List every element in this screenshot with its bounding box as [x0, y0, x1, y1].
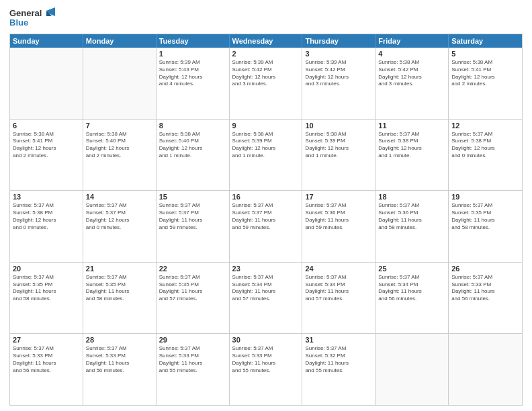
day-info: Sunrise: 5:37 AM Sunset: 5:38 PM Dayligh… [378, 131, 445, 160]
day-number: 15 [159, 193, 226, 201]
calendar-cell: 11Sunrise: 5:37 AM Sunset: 5:38 PM Dayli… [375, 120, 449, 191]
calendar-cell [449, 334, 522, 405]
calendar-cell: 24Sunrise: 5:37 AM Sunset: 5:34 PM Dayli… [302, 263, 375, 334]
day-number: 2 [232, 50, 300, 58]
day-info: Sunrise: 5:39 AM Sunset: 5:42 PM Dayligh… [305, 59, 372, 88]
weekday-header-monday: Monday [83, 34, 157, 48]
day-info: Sunrise: 5:38 AM Sunset: 5:41 PM Dayligh… [13, 131, 80, 160]
calendar-row-4: 20Sunrise: 5:37 AM Sunset: 5:35 PM Dayli… [10, 262, 522, 334]
day-number: 8 [159, 122, 226, 130]
day-number: 5 [451, 50, 519, 58]
day-number: 13 [13, 193, 80, 201]
svg-text:Blue: Blue [9, 17, 28, 28]
calendar-cell: 7Sunrise: 5:38 AM Sunset: 5:40 PM Daylig… [83, 120, 157, 191]
day-number: 28 [86, 336, 153, 344]
day-info: Sunrise: 5:37 AM Sunset: 5:36 PM Dayligh… [378, 202, 445, 231]
calendar-cell: 25Sunrise: 5:37 AM Sunset: 5:34 PM Dayli… [375, 263, 449, 334]
calendar: SundayMondayTuesdayWednesdayThursdayFrid… [9, 34, 523, 406]
calendar-row-2: 6Sunrise: 5:38 AM Sunset: 5:41 PM Daylig… [10, 119, 522, 191]
calendar-body: 1Sunrise: 5:39 AM Sunset: 5:43 PM Daylig… [10, 48, 522, 405]
calendar-cell: 17Sunrise: 5:37 AM Sunset: 5:36 PM Dayli… [302, 191, 375, 262]
day-info: Sunrise: 5:37 AM Sunset: 5:33 PM Dayligh… [232, 345, 300, 374]
day-info: Sunrise: 5:37 AM Sunset: 5:33 PM Dayligh… [451, 274, 519, 303]
day-number: 24 [305, 265, 372, 273]
calendar-cell: 13Sunrise: 5:37 AM Sunset: 5:38 PM Dayli… [10, 191, 83, 262]
day-info: Sunrise: 5:37 AM Sunset: 5:34 PM Dayligh… [378, 274, 445, 303]
calendar-cell: 23Sunrise: 5:37 AM Sunset: 5:34 PM Dayli… [230, 263, 303, 334]
calendar-cell: 1Sunrise: 5:39 AM Sunset: 5:43 PM Daylig… [157, 48, 230, 119]
calendar-cell: 27Sunrise: 5:37 AM Sunset: 5:33 PM Dayli… [10, 334, 83, 405]
day-number: 22 [159, 265, 226, 273]
day-number: 11 [378, 122, 445, 130]
day-number: 23 [232, 265, 300, 273]
day-info: Sunrise: 5:37 AM Sunset: 5:36 PM Dayligh… [305, 202, 372, 231]
day-info: Sunrise: 5:37 AM Sunset: 5:32 PM Dayligh… [305, 345, 372, 374]
calendar-cell: 20Sunrise: 5:37 AM Sunset: 5:35 PM Dayli… [10, 263, 83, 334]
day-number: 1 [159, 50, 226, 58]
weekday-header-thursday: Thursday [302, 34, 375, 48]
calendar-cell: 18Sunrise: 5:37 AM Sunset: 5:36 PM Dayli… [375, 191, 449, 262]
calendar-row-3: 13Sunrise: 5:37 AM Sunset: 5:38 PM Dayli… [10, 190, 522, 262]
day-number: 30 [232, 336, 300, 344]
day-number: 7 [86, 122, 153, 130]
logo: GeneralBlue [9, 7, 56, 30]
day-number: 31 [305, 336, 372, 344]
day-number: 17 [305, 193, 372, 201]
calendar-cell: 21Sunrise: 5:37 AM Sunset: 5:35 PM Dayli… [83, 263, 157, 334]
day-number: 19 [451, 193, 519, 201]
calendar-cell: 15Sunrise: 5:37 AM Sunset: 5:37 PM Dayli… [157, 191, 230, 262]
calendar-cell [83, 48, 157, 119]
day-info: Sunrise: 5:37 AM Sunset: 5:37 PM Dayligh… [86, 202, 153, 231]
day-number: 6 [13, 122, 80, 130]
day-info: Sunrise: 5:37 AM Sunset: 5:33 PM Dayligh… [86, 345, 153, 374]
day-info: Sunrise: 5:37 AM Sunset: 5:35 PM Dayligh… [451, 202, 519, 231]
calendar-cell: 30Sunrise: 5:37 AM Sunset: 5:33 PM Dayli… [230, 334, 303, 405]
day-info: Sunrise: 5:37 AM Sunset: 5:33 PM Dayligh… [159, 345, 226, 374]
day-number: 26 [451, 265, 519, 273]
calendar-header: SundayMondayTuesdayWednesdayThursdayFrid… [10, 34, 522, 48]
calendar-row-1: 1Sunrise: 5:39 AM Sunset: 5:43 PM Daylig… [10, 48, 522, 119]
calendar-cell: 2Sunrise: 5:39 AM Sunset: 5:42 PM Daylig… [230, 48, 303, 119]
calendar-cell: 28Sunrise: 5:37 AM Sunset: 5:33 PM Dayli… [83, 334, 157, 405]
day-info: Sunrise: 5:37 AM Sunset: 5:38 PM Dayligh… [451, 131, 519, 160]
day-number: 10 [305, 122, 372, 130]
calendar-cell: 12Sunrise: 5:37 AM Sunset: 5:38 PM Dayli… [449, 120, 522, 191]
weekday-header-sunday: Sunday [10, 34, 83, 48]
calendar-cell: 22Sunrise: 5:37 AM Sunset: 5:35 PM Dayli… [157, 263, 230, 334]
day-info: Sunrise: 5:38 AM Sunset: 5:41 PM Dayligh… [451, 59, 519, 88]
calendar-cell: 6Sunrise: 5:38 AM Sunset: 5:41 PM Daylig… [10, 120, 83, 191]
day-number: 16 [232, 193, 300, 201]
day-info: Sunrise: 5:37 AM Sunset: 5:35 PM Dayligh… [86, 274, 153, 303]
day-number: 4 [378, 50, 445, 58]
day-number: 3 [305, 50, 372, 58]
day-info: Sunrise: 5:39 AM Sunset: 5:43 PM Dayligh… [159, 59, 226, 88]
day-info: Sunrise: 5:38 AM Sunset: 5:39 PM Dayligh… [232, 131, 300, 160]
day-number: 27 [13, 336, 80, 344]
weekday-header-tuesday: Tuesday [157, 34, 230, 48]
calendar-cell: 8Sunrise: 5:38 AM Sunset: 5:40 PM Daylig… [157, 120, 230, 191]
calendar-cell: 14Sunrise: 5:37 AM Sunset: 5:37 PM Dayli… [83, 191, 157, 262]
day-info: Sunrise: 5:38 AM Sunset: 5:42 PM Dayligh… [378, 59, 445, 88]
calendar-cell: 10Sunrise: 5:38 AM Sunset: 5:39 PM Dayli… [302, 120, 375, 191]
calendar-cell [375, 334, 449, 405]
calendar-cell: 29Sunrise: 5:37 AM Sunset: 5:33 PM Dayli… [157, 334, 230, 405]
calendar-cell: 19Sunrise: 5:37 AM Sunset: 5:35 PM Dayli… [449, 191, 522, 262]
day-info: Sunrise: 5:39 AM Sunset: 5:42 PM Dayligh… [232, 59, 300, 88]
day-info: Sunrise: 5:38 AM Sunset: 5:40 PM Dayligh… [86, 131, 153, 160]
calendar-cell: 26Sunrise: 5:37 AM Sunset: 5:33 PM Dayli… [449, 263, 522, 334]
day-number: 9 [232, 122, 300, 130]
calendar-cell [10, 48, 83, 119]
day-number: 14 [86, 193, 153, 201]
weekday-header-wednesday: Wednesday [230, 34, 303, 48]
calendar-cell: 3Sunrise: 5:39 AM Sunset: 5:42 PM Daylig… [302, 48, 375, 119]
calendar-cell: 9Sunrise: 5:38 AM Sunset: 5:39 PM Daylig… [230, 120, 303, 191]
logo-svg: GeneralBlue [9, 7, 56, 30]
day-number: 20 [13, 265, 80, 273]
day-info: Sunrise: 5:37 AM Sunset: 5:33 PM Dayligh… [13, 345, 80, 374]
day-info: Sunrise: 5:37 AM Sunset: 5:35 PM Dayligh… [159, 274, 226, 303]
header: GeneralBlue [9, 7, 523, 30]
calendar-cell: 4Sunrise: 5:38 AM Sunset: 5:42 PM Daylig… [375, 48, 449, 119]
day-info: Sunrise: 5:37 AM Sunset: 5:37 PM Dayligh… [159, 202, 226, 231]
calendar-cell: 16Sunrise: 5:37 AM Sunset: 5:37 PM Dayli… [230, 191, 303, 262]
day-number: 25 [378, 265, 445, 273]
